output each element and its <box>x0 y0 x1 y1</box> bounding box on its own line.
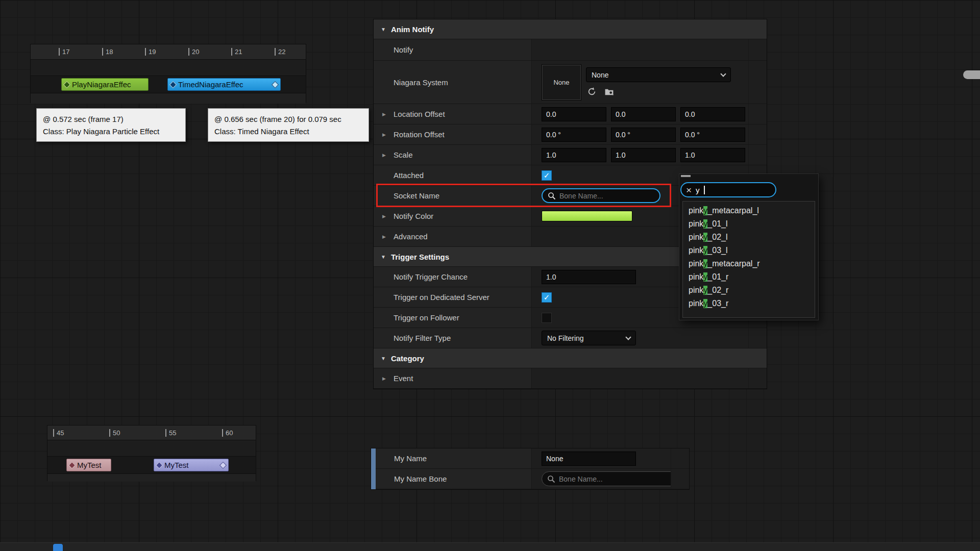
row-gutter <box>671 469 689 489</box>
location-offset-y-field[interactable]: 0.0 <box>611 107 676 121</box>
scale-y-field[interactable]: 1.0 <box>611 148 676 162</box>
text-caret <box>704 186 705 194</box>
property-label-dedicated-server: Trigger on Dedicated Server <box>394 293 489 302</box>
property-row-event: ▶Event <box>374 368 767 389</box>
section-header-anim-notify[interactable]: ▼ Anim Notify <box>374 19 767 39</box>
bone-search-box[interactable]: × y <box>680 182 776 197</box>
timeline-ruler[interactable]: 17 18 19 20 21 22 <box>31 44 306 60</box>
use-selected-asset-icon[interactable] <box>586 86 597 97</box>
property-label-follower: Trigger on Follower <box>394 313 459 322</box>
notify-tag-mytest-1[interactable]: MyTest <box>66 459 111 471</box>
notify-start-diamond-icon <box>169 81 177 88</box>
notify-end-diamond-icon[interactable] <box>272 81 279 88</box>
collapse-arrow-icon[interactable]: ▼ <box>381 27 386 32</box>
bone-list-item[interactable]: pinky_metacarpal_r <box>683 257 815 270</box>
trigger-chance-field[interactable]: 1.0 <box>542 270 636 284</box>
frame-label: 50 <box>113 429 120 437</box>
notify-tag-mytest-2[interactable]: MyTest <box>154 459 229 471</box>
bone-list-item[interactable]: pinky_03_r <box>683 297 815 310</box>
property-row-notify: Notify <box>374 39 767 61</box>
tick-mark <box>275 48 276 56</box>
frame-label: 19 <box>149 48 156 56</box>
notify-tag-label: MyTest <box>164 461 189 469</box>
tick-mark <box>102 48 103 56</box>
tick-mark <box>222 429 223 437</box>
expand-arrow-icon[interactable]: ▶ <box>382 376 389 381</box>
asset-thumbnail[interactable]: None <box>542 64 581 101</box>
follower-checkbox[interactable] <box>542 313 552 323</box>
bone-list-item[interactable]: pinky_02_r <box>683 284 815 297</box>
property-row-location-offset: ▶Location Offset 0.0 0.0 0.0 <box>374 104 767 124</box>
search-icon <box>547 475 555 483</box>
tick-mark <box>188 48 189 56</box>
my-name-bone-search-box[interactable] <box>542 471 686 486</box>
my-name-field[interactable]: None <box>542 452 636 466</box>
frame-label: 18 <box>106 48 113 56</box>
attached-checkbox[interactable]: ✓ <box>542 170 552 181</box>
tick-mark <box>165 429 166 437</box>
property-label-my-name-bone: My Name Bone <box>394 474 447 483</box>
row-gutter <box>748 368 767 388</box>
bone-list-item[interactable]: pinky_03_l <box>683 244 815 257</box>
rotation-offset-z-field[interactable]: 0.0 ° <box>680 128 745 142</box>
property-row-my-name-bone: My Name Bone <box>371 469 689 489</box>
frame-tick: 22 <box>275 48 285 56</box>
bottom-edge-strip <box>0 542 980 551</box>
property-row-rotation-offset: ▶Rotation Offset 0.0 ° 0.0 ° 0.0 ° <box>374 124 767 145</box>
socket-name-highlight-annotation <box>376 184 671 207</box>
row-gutter <box>671 448 689 468</box>
property-label-scale: Scale <box>394 151 413 159</box>
property-row-niagara-system: Niagara System None None <box>374 61 767 104</box>
row-gutter <box>748 39 767 60</box>
rotation-offset-y-field[interactable]: 0.0 ° <box>611 128 676 142</box>
frame-label: 21 <box>235 48 242 56</box>
notify-end-diamond-icon[interactable] <box>219 461 227 468</box>
niagara-asset-dropdown[interactable]: None <box>586 67 731 82</box>
bottom-left-blue-button-fragment[interactable] <box>53 544 63 551</box>
bone-list-item[interactable]: pinky_02_l <box>683 231 815 244</box>
timeline-ruler[interactable]: 45 50 55 60 <box>47 425 256 440</box>
bone-list-item[interactable]: pinky_01_r <box>683 270 815 284</box>
notify-filter-type-dropdown[interactable]: No Filtering <box>542 331 636 345</box>
notify-tag-label: TimedNiagaraEffec <box>178 80 243 89</box>
section-title: Category <box>391 354 424 363</box>
clear-search-icon[interactable]: × <box>686 185 692 195</box>
location-offset-z-field[interactable]: 0.0 <box>680 107 745 121</box>
bone-list-item[interactable]: pinky_01_l <box>683 217 815 231</box>
track-lane <box>47 440 256 457</box>
frame-tick: 21 <box>231 48 242 56</box>
location-offset-x-field[interactable]: 0.0 <box>542 107 606 121</box>
scale-z-field[interactable]: 1.0 <box>680 148 745 162</box>
section-title: Anim Notify <box>391 25 434 34</box>
expand-arrow-icon[interactable]: ▶ <box>382 214 389 219</box>
scale-x-field[interactable]: 1.0 <box>542 148 606 162</box>
property-row-notify-filter-type: Notify Filter Type No Filtering <box>374 328 767 348</box>
section-header-category[interactable]: ▼ Category <box>374 348 767 368</box>
property-label-location-offset: Location Offset <box>394 110 445 118</box>
my-name-bone-input[interactable] <box>559 475 680 483</box>
rotation-offset-x-field[interactable]: 0.0 ° <box>542 128 606 142</box>
expand-arrow-icon[interactable]: ▶ <box>382 112 389 117</box>
browse-to-asset-icon[interactable] <box>603 86 615 97</box>
property-label-niagara-system: Niagara System <box>394 78 448 87</box>
custom-notify-properties: My Name None My Name Bone <box>371 448 690 490</box>
row-gutter <box>748 124 767 144</box>
tick-mark <box>231 48 232 56</box>
notify-tag-timed-niagara[interactable]: TimedNiagaraEffec <box>167 78 281 91</box>
tick-mark <box>145 48 146 56</box>
notify-tag-play-niagara[interactable]: PlayNiagaraEffec <box>61 78 149 91</box>
bone-suggestion-list: pinky_metacarpal_l pinky_01_l pinky_02_l… <box>682 201 815 318</box>
expand-arrow-icon[interactable]: ▶ <box>382 132 389 137</box>
bone-list-item[interactable]: pinky_metacarpal_l <box>683 204 815 217</box>
notify-color-swatch[interactable] <box>542 211 632 221</box>
expand-arrow-icon[interactable]: ▶ <box>382 153 389 158</box>
frame-tick: 50 <box>109 429 120 437</box>
collapse-arrow-icon[interactable]: ▼ <box>381 254 386 260</box>
frame-tick: 55 <box>165 429 176 437</box>
track-footer <box>31 93 306 104</box>
collapse-arrow-icon[interactable]: ▼ <box>381 356 386 361</box>
expand-arrow-icon[interactable]: ▶ <box>382 234 389 239</box>
notify-track-top: 17 18 19 20 21 22 PlayNiagaraEffec Timed… <box>30 44 306 103</box>
tooltip-time-line: @ 0.656 sec (frame 20) for 0.079 sec <box>214 113 362 126</box>
dedicated-server-checkbox[interactable]: ✓ <box>542 292 552 303</box>
